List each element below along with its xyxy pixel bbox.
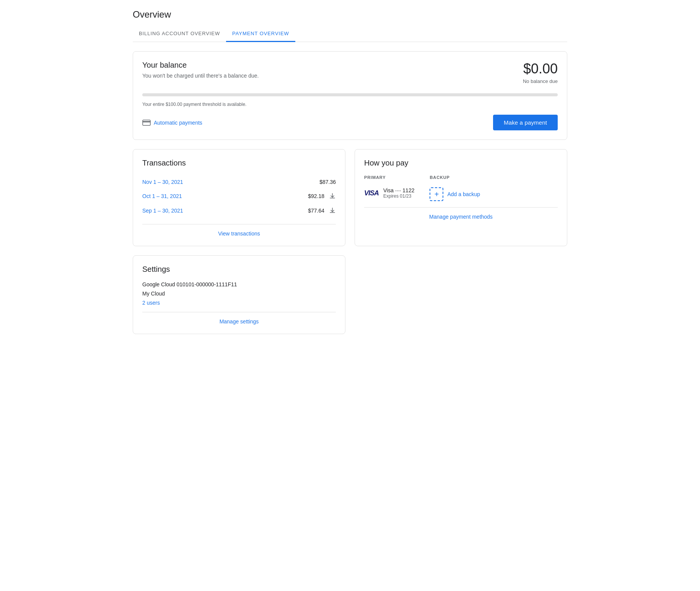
make-payment-button[interactable]: Make a payment <box>493 115 558 130</box>
balance-amount: $0.00 <box>523 61 558 77</box>
transaction-link-sep[interactable]: Sep 1 – 30, 2021 <box>142 208 183 214</box>
payment-threshold-progress <box>142 93 558 96</box>
table-row: Nov 1 – 30, 2021 $87.36 <box>142 175 336 189</box>
primary-label: PRIMARY <box>364 175 414 180</box>
svg-rect-0 <box>143 120 150 125</box>
download-icon[interactable] <box>329 207 336 214</box>
transactions-card: Transactions Nov 1 – 30, 2021 $87.36 Oct… <box>133 149 345 246</box>
settings-card: Settings Google Cloud 010101-000000-1111… <box>133 255 345 334</box>
transaction-amount-oct: $92.18 <box>308 193 324 199</box>
settings-users-link[interactable]: 2 users <box>142 300 160 306</box>
transaction-link-oct[interactable]: Oct 1 – 31, 2021 <box>142 193 182 199</box>
balance-card: Your balance You won't be charged until … <box>133 51 567 140</box>
how-you-pay-card: How you pay PRIMARY VISA Visa ···· 1122 … <box>355 149 567 246</box>
add-backup-plus-icon[interactable]: + <box>430 187 443 201</box>
auto-payments-link[interactable]: Automatic payments <box>142 120 202 126</box>
transaction-amount-sep: $77.64 <box>308 208 324 214</box>
balance-title: Your balance <box>142 61 259 70</box>
transactions-title: Transactions <box>142 159 336 167</box>
backup-label: BACKUP <box>430 175 480 180</box>
how-you-pay-title: How you pay <box>364 159 558 167</box>
tabs-bar: BILLING ACCOUNT OVERVIEW PAYMENT OVERVIE… <box>133 26 567 42</box>
tab-billing-account-overview[interactable]: BILLING ACCOUNT OVERVIEW <box>133 26 226 42</box>
transaction-link-nov[interactable]: Nov 1 – 30, 2021 <box>142 179 183 185</box>
table-row: Sep 1 – 30, 2021 $77.64 <box>142 203 336 218</box>
svg-rect-1 <box>143 121 150 122</box>
threshold-text: Your entire $100.00 payment threshold is… <box>142 102 558 107</box>
settings-account-name: My Cloud <box>142 291 336 297</box>
manage-settings-link[interactable]: Manage settings <box>142 312 336 325</box>
visa-info: VISA Visa ···· 1122 Expires 01/23 <box>364 187 414 199</box>
balance-status: No balance due <box>523 78 558 84</box>
manage-payment-methods-link[interactable]: Manage payment methods <box>364 207 558 220</box>
balance-subtitle: You won't be charged until there's a bal… <box>142 73 259 79</box>
download-icon[interactable] <box>329 193 336 200</box>
credit-card-icon <box>142 120 151 126</box>
table-row: Oct 1 – 31, 2021 $92.18 <box>142 189 336 203</box>
visa-number: Visa ···· 1122 <box>383 187 414 193</box>
auto-payments-label: Automatic payments <box>154 120 202 126</box>
settings-account-id: Google Cloud 010101-000000-1111F11 <box>142 281 336 287</box>
transaction-amount-nov: $87.36 <box>319 179 336 185</box>
add-backup-container: + Add a backup <box>430 187 480 201</box>
visa-logo: VISA <box>364 189 379 197</box>
view-transactions-link[interactable]: View transactions <box>142 224 336 237</box>
add-backup-link[interactable]: Add a backup <box>447 191 480 197</box>
settings-title: Settings <box>142 265 336 274</box>
page-title: Overview <box>133 9 567 20</box>
visa-expiry: Expires 01/23 <box>383 193 414 199</box>
tab-payment-overview[interactable]: PAYMENT OVERVIEW <box>226 26 295 42</box>
